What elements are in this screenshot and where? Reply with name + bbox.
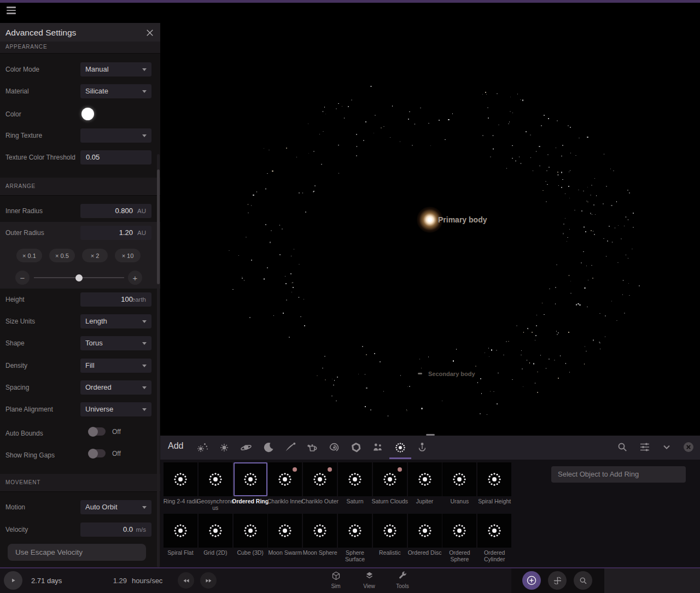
tile-label: Moon Swarm (266, 549, 304, 556)
nav-sim[interactable]: Sim (319, 571, 352, 589)
spacing-dropdown[interactable]: Ordered (80, 380, 151, 395)
tile-grid-2d-[interactable] (199, 514, 232, 548)
tile-chariklo-outer[interactable] (303, 462, 337, 496)
slow-down-button[interactable] (178, 572, 194, 589)
increase-button[interactable]: + (128, 271, 142, 285)
filters-icon[interactable] (638, 441, 651, 454)
panel-drag-handle[interactable] (426, 434, 435, 436)
tile-moon-sphere[interactable] (303, 514, 337, 548)
chevron-down-icon (142, 90, 147, 93)
field-size-units: Size Units Length (0, 314, 160, 328)
tile-ring-2-4-radii[interactable] (164, 462, 197, 496)
multiply-0.1-button[interactable]: × 0.1 (16, 249, 42, 262)
plane-alignment-dropdown[interactable]: Universe (80, 402, 151, 416)
search-button[interactable] (574, 571, 592, 590)
tile-ordered-ring[interactable] (234, 462, 267, 496)
ring-icon[interactable] (394, 441, 407, 454)
outer-radius-input[interactable]: 1.20 AU (80, 226, 151, 240)
tile-ordered-sphere[interactable] (442, 514, 476, 548)
panel-scrollbar-thumb[interactable] (157, 169, 160, 284)
decrease-button[interactable]: − (15, 271, 30, 285)
shape-dropdown[interactable]: Torus (80, 336, 151, 350)
nebula-icon[interactable] (349, 441, 363, 454)
tile-realistic[interactable] (373, 514, 407, 548)
add-title: Add (168, 441, 183, 451)
ring-texture-dropdown[interactable] (80, 128, 151, 143)
tile-uranus[interactable] (442, 462, 476, 496)
advanced-settings-panel: Advanced Settings APPEARANCE Color Mode … (0, 23, 160, 567)
close-icon[interactable] (145, 28, 155, 38)
auto-bounds-toggle[interactable] (89, 427, 106, 436)
tile-ordered-cylinder[interactable] (477, 514, 511, 548)
human-icon[interactable] (371, 441, 384, 454)
inner-radius-input[interactable]: 0.800 AU (80, 204, 151, 218)
height-input[interactable]: 100 earth (80, 292, 151, 307)
tile-chariklo-inner[interactable] (268, 462, 302, 496)
outer-radius-block: Outer Radius 1.20 AU × 0.1 × 0.5 × 2 × 1… (0, 222, 160, 289)
tile-cube-3d-[interactable] (234, 514, 267, 548)
tile-spiral-height[interactable] (477, 462, 511, 496)
nav-tools[interactable]: Tools (386, 571, 419, 589)
field-ring-texture: Ring Texture (0, 128, 160, 143)
add-object-button[interactable] (522, 571, 541, 590)
multiply-0.5-button[interactable]: × 0.5 (49, 249, 75, 262)
close-icon[interactable] (682, 441, 695, 454)
field-shape: Shape Torus (0, 336, 160, 350)
outer-radius-slider[interactable] (34, 277, 124, 278)
motion-dropdown[interactable]: Auto Orbit (80, 500, 151, 514)
multiply-10-button[interactable]: × 10 (115, 249, 141, 262)
velocity-input[interactable]: 0.0 m/s (80, 522, 151, 537)
star-icon[interactable] (218, 441, 231, 454)
field-height: Height 100 earth (0, 292, 160, 307)
menu-button[interactable] (7, 7, 16, 14)
primary-body-label[interactable]: Primary body (438, 215, 487, 224)
sim-rate-value: 1.29 (98, 568, 127, 593)
play-button[interactable] (4, 571, 22, 590)
section-appearance: APPEARANCE (0, 42, 160, 54)
tile-label: Ordered Disc (406, 549, 444, 556)
tile-spiral-flat[interactable] (164, 514, 197, 548)
use-escape-velocity-button[interactable]: Use Escape Velocity (8, 544, 146, 561)
tile-geosynchronous[interactable] (199, 462, 232, 496)
system-icon[interactable] (196, 441, 209, 454)
tile-label: Ordered Cylinder (475, 549, 514, 562)
show-ring-gaps-toggle[interactable] (89, 449, 106, 457)
secondary-body-dot[interactable] (418, 373, 422, 374)
color-swatch[interactable] (81, 108, 94, 120)
secondary-body-label[interactable]: Secondary body (428, 371, 475, 377)
size-units-dropdown[interactable]: Length (80, 314, 151, 328)
sim-rate-unit: hours/sec (132, 568, 162, 593)
select-object-input[interactable]: Select Object to Add Ring (551, 466, 686, 483)
material-dropdown[interactable]: Silicate (80, 84, 151, 98)
chevron-down-icon (142, 68, 147, 71)
section-movement: MOVEMENT (0, 474, 160, 492)
color-mode-dropdown[interactable]: Manual (80, 62, 151, 77)
field-motion: Motion Auto Orbit (0, 500, 160, 514)
elapsed-time: 2.71 days (31, 568, 62, 593)
collapse-icon[interactable] (660, 441, 673, 454)
comet-icon[interactable] (284, 441, 297, 454)
object-icon[interactable] (306, 441, 319, 454)
tile-saturn[interactable] (338, 462, 372, 496)
tile-label: Spiral Flat (161, 549, 200, 556)
placer-icon[interactable] (416, 441, 429, 454)
planet-icon[interactable] (240, 441, 253, 454)
density-dropdown[interactable]: Fill (80, 359, 151, 373)
slider-thumb[interactable] (75, 274, 83, 281)
tile-jupiter[interactable] (408, 462, 442, 496)
field-velocity: Velocity 0.0 m/s (0, 522, 160, 537)
nav-view[interactable]: View (353, 571, 386, 589)
moon-icon[interactable] (262, 441, 275, 454)
multiply-2-button[interactable]: × 2 (82, 249, 108, 262)
galaxy-icon[interactable] (328, 441, 341, 454)
tile-ordered-disc[interactable] (408, 514, 442, 548)
tile-moon-swarm[interactable] (268, 514, 302, 548)
tile-sphere-surface[interactable] (338, 514, 372, 548)
search-icon[interactable] (616, 441, 629, 454)
texture-threshold-input[interactable]: 0.05 (80, 150, 151, 165)
tile-label: Realistic (371, 549, 409, 556)
move-tool-button[interactable] (548, 571, 567, 590)
tile-saturn-clouds[interactable] (373, 462, 407, 496)
speed-up-button[interactable] (200, 572, 217, 589)
multiplier-row: × 0.1 × 0.5 × 2 × 10 (0, 249, 160, 262)
